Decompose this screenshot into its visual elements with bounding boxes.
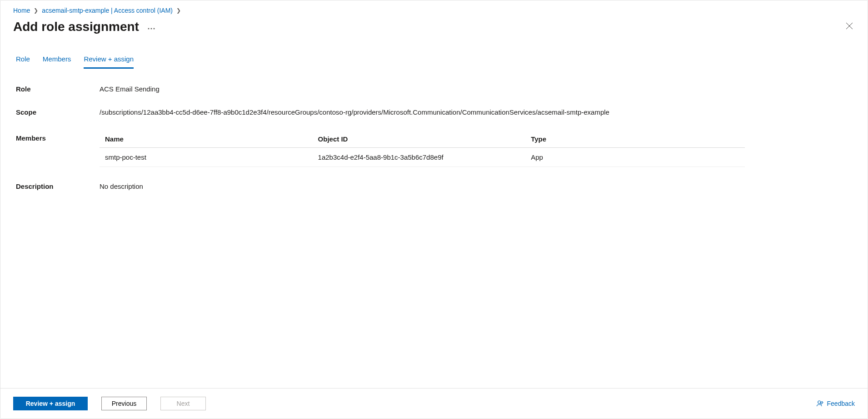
previous-button[interactable]: Previous: [101, 397, 147, 410]
column-object-id: Object ID: [313, 131, 526, 148]
members-table: Name Object ID Type smtp-poc-test 1a2b3c…: [100, 131, 745, 167]
field-members: Members Name Object ID Type smtp-poc-tes…: [16, 131, 852, 167]
field-description: Description No description: [16, 182, 852, 190]
footer: Review + assign Previous Next Feedback: [0, 388, 868, 419]
tabs: Role Members Review + assign: [0, 39, 868, 69]
breadcrumb-resource[interactable]: acsemail-smtp-example | Access control (…: [42, 7, 173, 14]
members-label: Members: [16, 131, 100, 142]
chevron-right-icon: ❯: [176, 7, 181, 14]
page-title: Add role assignment ⋯: [13, 20, 156, 34]
tab-role[interactable]: Role: [16, 55, 30, 69]
description-label: Description: [16, 182, 100, 190]
review-assign-button[interactable]: Review + assign: [13, 397, 88, 410]
close-icon: [846, 22, 853, 30]
breadcrumb: Home ❯ acsemail-smtp-example | Access co…: [0, 0, 868, 18]
role-value: ACS Email Sending: [100, 85, 852, 93]
more-actions-icon[interactable]: ⋯: [147, 24, 156, 32]
role-label: Role: [16, 85, 100, 93]
next-button: Next: [160, 397, 206, 410]
column-type: Type: [525, 131, 745, 148]
table-row: smtp-poc-test 1a2b3c4d-e2f4-5aa8-9b1c-3a…: [100, 148, 745, 167]
page-title-text: Add role assignment: [13, 20, 139, 34]
cell-object-id: 1a2b3c4d-e2f4-5aa8-9b1c-3a5b6c7d8e9f: [313, 148, 526, 167]
feedback-icon: [816, 399, 824, 408]
table-header-row: Name Object ID Type: [100, 131, 745, 148]
tab-members[interactable]: Members: [43, 55, 71, 69]
field-scope: Scope /subscriptions/12aa3bb4-cc5d-d6ee-…: [16, 108, 852, 116]
breadcrumb-home[interactable]: Home: [13, 7, 30, 14]
feedback-link[interactable]: Feedback: [816, 399, 855, 408]
feedback-label: Feedback: [827, 400, 855, 407]
scope-label: Scope: [16, 108, 100, 116]
close-button[interactable]: [844, 20, 855, 33]
chevron-right-icon: ❯: [34, 7, 38, 14]
content-area: Role ACS Email Sending Scope /subscripti…: [0, 69, 868, 388]
cell-name: smtp-poc-test: [100, 148, 313, 167]
tab-review-assign[interactable]: Review + assign: [84, 55, 134, 69]
field-role: Role ACS Email Sending: [16, 85, 852, 93]
cell-type: App: [525, 148, 745, 167]
column-name: Name: [100, 131, 313, 148]
scope-value: /subscriptions/12aa3bb4-cc5d-d6ee-7ff8-a…: [100, 108, 852, 116]
description-value: No description: [100, 182, 852, 190]
